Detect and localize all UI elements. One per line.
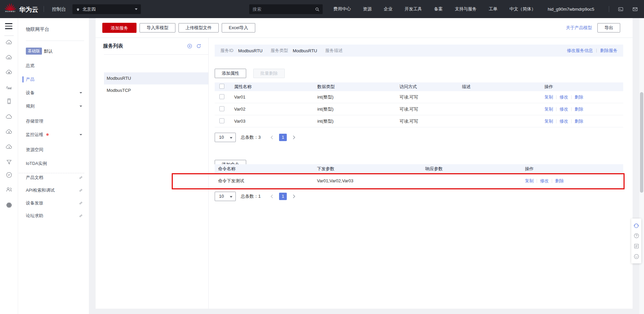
region-selector[interactable]: 北京四 (72, 4, 141, 14)
sidebar-item-resource-space[interactable]: 资源空间 (18, 145, 89, 155)
batch-delete-button[interactable]: 批量删除 (253, 69, 285, 78)
hamburger-menu-icon[interactable] (5, 23, 12, 31)
upload-model-file-button[interactable]: 上传模型文件 (178, 23, 219, 33)
page-number-button[interactable]: 1 (279, 193, 287, 200)
cloud-ellipsis-icon[interactable] (5, 54, 13, 61)
search-icon[interactable] (315, 7, 320, 12)
next-page-icon[interactable] (291, 194, 297, 199)
users-icon[interactable] (5, 186, 13, 193)
sidebar-title: 物联网平台 (26, 26, 49, 33)
menu-resources[interactable]: 资源 (363, 6, 372, 12)
delete-service-link[interactable]: 删除服务 (600, 48, 618, 54)
sidebar-item-overview[interactable]: 总览 (18, 61, 89, 71)
menu-billing-center[interactable]: 费用中心 (333, 6, 351, 12)
copy-link[interactable]: 复制 (544, 94, 553, 100)
delete-link[interactable]: 删除 (575, 106, 583, 112)
copy-link[interactable]: 复制 (544, 106, 553, 112)
ip-circle-icon[interactable]: IP (5, 171, 13, 179)
sidebar-item-storage[interactable]: 存储管理 (18, 116, 89, 126)
col-operation: 操作 (540, 84, 623, 90)
rail-divider (4, 36, 14, 36)
sidebar-item-iotda-instance[interactable]: IoTDA实例 (18, 159, 89, 169)
console-link[interactable]: 控制台 (52, 6, 66, 12)
sidebar-item-forum-help[interactable]: 论坛求助 (18, 211, 89, 221)
smiley-icon[interactable] (631, 251, 641, 262)
next-page-icon[interactable] (291, 135, 297, 140)
scrollbar-thumb[interactable] (640, 92, 643, 193)
service-type-value: ModbusRTU (293, 48, 317, 53)
menu-language[interactable]: 中文（简体） (509, 6, 536, 12)
svg-text:IP: IP (8, 174, 10, 176)
menu-icp-filing[interactable]: 备案 (434, 6, 443, 12)
floating-helper-toolbar (631, 218, 641, 263)
refresh-button[interactable] (196, 43, 202, 49)
chevron-down-icon (79, 92, 82, 93)
modify-link[interactable]: 修改 (559, 118, 568, 124)
delete-link[interactable]: 删除 (575, 94, 583, 100)
sidebar-item-api-explorer[interactable]: API检索和调试 (18, 185, 89, 195)
service-item-modbusrtu[interactable]: ModbusRTU (104, 72, 208, 84)
menu-dev-tools[interactable]: 开发工具 (405, 6, 422, 12)
tablet-device-icon[interactable] (5, 98, 13, 105)
sidebar-item-products[interactable]: 产品 (18, 74, 89, 84)
funnel-icon[interactable] (5, 159, 13, 166)
export-button[interactable]: 导出 (597, 23, 620, 33)
globe-icon[interactable] (5, 201, 13, 209)
page-number-button[interactable]: 1 (279, 134, 287, 141)
delete-link[interactable]: 删除 (555, 178, 564, 184)
cloud-icon[interactable] (5, 113, 13, 121)
prev-page-icon[interactable] (269, 194, 275, 199)
page-size-select[interactable]: 10 (215, 192, 236, 201)
external-link-icon (78, 201, 83, 205)
chevron-down-icon (79, 106, 82, 107)
row-checkbox[interactable] (219, 106, 224, 111)
add-service-circle-button[interactable] (187, 43, 193, 49)
excel-import-button[interactable]: Excel导入 (222, 23, 255, 33)
assistant-robot-icon[interactable] (631, 220, 641, 231)
search-input[interactable] (253, 7, 308, 12)
modify-link[interactable]: 修改 (540, 178, 549, 184)
sidebar-item-product-docs[interactable]: 产品文档 (18, 173, 89, 183)
col-data-type: 数据类型 (313, 84, 395, 90)
row-checkbox[interactable] (219, 94, 224, 99)
huawei-logo[interactable]: HUAWEI (4, 2, 17, 12)
help-icon[interactable] (631, 231, 641, 241)
cli-terminal-icon[interactable] (618, 6, 624, 12)
about-product-model-link[interactable]: 关于产品模型 (566, 25, 592, 31)
menu-enterprise[interactable]: 企业 (384, 6, 392, 12)
add-service-button[interactable]: 添加服务 (102, 23, 137, 33)
modify-link[interactable]: 修改 (559, 94, 568, 100)
page-size-select[interactable]: 10 (215, 133, 236, 142)
command-table-header: 命令名称 下发参数 响应参数 操作 (215, 164, 623, 174)
copy-link[interactable]: 复制 (525, 178, 534, 184)
waves-icon[interactable] (5, 83, 13, 91)
copy-link[interactable]: 复制 (544, 118, 553, 124)
modify-service-link[interactable]: 修改服务信息 (567, 48, 593, 54)
sidebar-item-rules[interactable]: 规则 (18, 101, 89, 111)
sidebar-item-om[interactable]: 监控运维 (18, 130, 89, 140)
account-id[interactable]: hid_g90m7wbmdrp9oc5 (548, 7, 594, 12)
cloud-server-icon[interactable] (5, 39, 13, 46)
service-item-modbustcp[interactable]: ModbusTCP (104, 84, 208, 97)
row-checkbox[interactable] (219, 118, 224, 123)
cloud-clock-icon[interactable] (5, 143, 13, 151)
brand-title[interactable]: 华为云 (19, 5, 38, 14)
menu-support[interactable]: 支持与服务 (455, 6, 477, 12)
sidebar-item-devices[interactable]: 设备 (18, 88, 89, 98)
import-library-model-button[interactable]: 导入库模型 (140, 23, 175, 33)
sidebar-item-device-provisioning[interactable]: 设备发放 (18, 198, 89, 208)
page-scrollbar (639, 18, 644, 314)
feedback-icon[interactable] (631, 241, 641, 251)
mail-icon[interactable] (632, 6, 638, 12)
menu-tickets[interactable]: 工单 (489, 6, 497, 12)
total-count: 总条数：3 (241, 134, 261, 140)
modify-link[interactable]: 修改 (559, 106, 568, 112)
service-list-divider (104, 54, 208, 55)
delete-link[interactable]: 删除 (575, 118, 583, 124)
prev-page-icon[interactable] (269, 135, 275, 140)
plus-circle-icon (187, 43, 193, 49)
cloud-coin-icon[interactable] (5, 69, 13, 76)
select-all-checkbox[interactable] (219, 84, 224, 89)
cloud-upload-icon[interactable] (5, 128, 13, 136)
add-attribute-button[interactable]: 添加属性 (215, 69, 246, 78)
